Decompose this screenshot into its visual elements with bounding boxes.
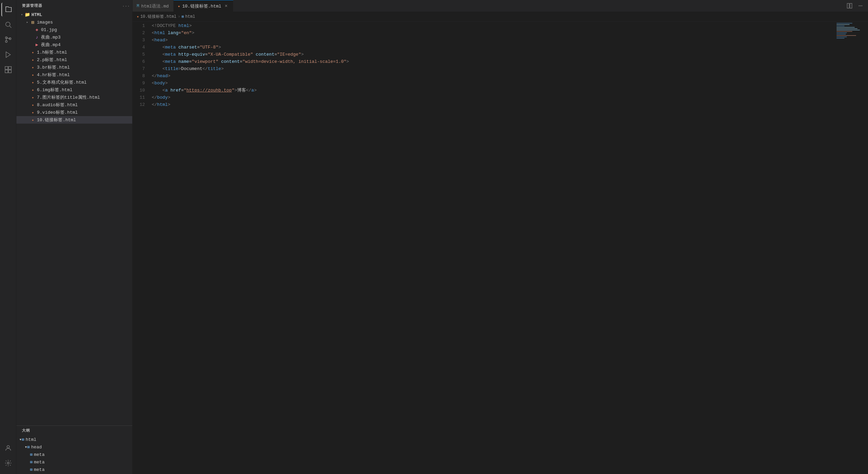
spacer bbox=[25, 102, 30, 108]
file-item-8[interactable]: ✦ 8.audio标签.html bbox=[16, 101, 132, 109]
file-item-1[interactable]: ✦ 1.h标签.html bbox=[16, 48, 132, 56]
svg-point-16 bbox=[859, 5, 859, 6]
token: > bbox=[178, 65, 181, 72]
token bbox=[176, 44, 178, 51]
scrollbar[interactable] bbox=[863, 22, 868, 474]
file-item-2[interactable]: ✦ 2.p标签.html bbox=[16, 56, 132, 64]
token: "viewport" bbox=[192, 58, 218, 65]
token: > bbox=[165, 37, 168, 44]
outline-item-meta2[interactable]: ⊞ meta bbox=[16, 458, 132, 466]
explorer-header[interactable]: 资源管理器 ... bbox=[16, 0, 132, 11]
svg-rect-9 bbox=[8, 67, 11, 69]
mp3-icon: ♪ bbox=[34, 34, 40, 40]
token: = bbox=[240, 58, 243, 65]
svg-rect-14 bbox=[847, 3, 849, 8]
svg-rect-8 bbox=[5, 67, 8, 69]
file-item-7[interactable]: ✦ 7.图片标签的title属性.html bbox=[16, 94, 132, 101]
html-icon-4: ✦ bbox=[30, 72, 36, 78]
token: > bbox=[168, 94, 171, 101]
outline-meta1-icon: ⊞ bbox=[30, 452, 32, 457]
explorer-more-button[interactable]: ... bbox=[123, 2, 130, 9]
outline-header[interactable]: 大纲 bbox=[16, 426, 132, 435]
token: > bbox=[189, 22, 192, 29]
tab-md[interactable]: M html语法.md bbox=[133, 0, 174, 12]
outline-item-meta1[interactable]: ⊞ meta bbox=[16, 451, 132, 458]
line-num-3: 3 bbox=[133, 37, 145, 44]
token: > bbox=[218, 44, 221, 51]
outline-item-html[interactable]: ▾ ⊞ html bbox=[16, 436, 132, 443]
explorer-activity-icon[interactable] bbox=[1, 3, 15, 16]
chevron-right-icon: ▸ bbox=[25, 19, 30, 25]
token bbox=[168, 87, 171, 94]
file-name-mp4: 夜曲.mp4 bbox=[41, 42, 60, 48]
file-name-9: 9.video标签.html bbox=[37, 109, 78, 115]
token: html bbox=[154, 29, 165, 37]
outline-label-meta1: meta bbox=[34, 452, 44, 457]
breadcrumb-file[interactable]: ✦ 10.链接标签.html bbox=[137, 14, 176, 19]
run-activity-icon[interactable] bbox=[1, 48, 15, 61]
token: > bbox=[168, 101, 171, 108]
file-name-3: 3.br标签.html bbox=[37, 64, 70, 70]
split-editor-button[interactable] bbox=[845, 1, 854, 11]
html-icon-2: ✦ bbox=[30, 57, 36, 62]
token: </ bbox=[246, 87, 252, 94]
folder-images[interactable]: ▸ ▤ images bbox=[16, 18, 132, 26]
more-actions-button[interactable] bbox=[856, 1, 865, 11]
file-item-mp3[interactable]: ♪ 夜曲.mp3 bbox=[16, 33, 132, 41]
token: meta bbox=[165, 51, 176, 58]
tab-bar: M html语法.md ✦ 10.链接标签.html × bbox=[133, 0, 868, 12]
token: < bbox=[152, 29, 154, 37]
code-line-2: <html lang="en"> bbox=[150, 29, 836, 37]
token: "IE=edge" bbox=[277, 51, 301, 58]
token: charset bbox=[178, 44, 197, 51]
file-item-4[interactable]: ✦ 4.hr标签.html bbox=[16, 71, 132, 79]
settings-activity-icon[interactable] bbox=[1, 456, 15, 470]
tab-bar-actions bbox=[845, 0, 868, 12]
tab-html-label: 10.链接标签.html bbox=[182, 3, 221, 9]
token: " bbox=[184, 87, 187, 94]
file-item-3[interactable]: ✦ 3.br标签.html bbox=[16, 64, 132, 71]
token: a bbox=[251, 87, 254, 94]
file-item-6[interactable]: ✦ 6.img标签.html bbox=[16, 86, 132, 94]
outline-label-head: head bbox=[31, 445, 42, 450]
svg-marker-7 bbox=[6, 52, 10, 58]
outline-head-icon: ⊞ bbox=[27, 445, 30, 450]
svg-rect-10 bbox=[5, 70, 8, 73]
account-activity-icon[interactable] bbox=[1, 441, 15, 455]
file-item-mp4[interactable]: ▶ 夜曲.mp4 bbox=[16, 41, 132, 48]
outline-chevron-head: ▾ bbox=[25, 444, 27, 450]
outline-label-html: html bbox=[26, 437, 36, 442]
token bbox=[152, 65, 162, 72]
extensions-activity-icon[interactable] bbox=[1, 63, 15, 76]
token: meta bbox=[165, 58, 176, 65]
tab-close-button[interactable]: × bbox=[223, 3, 229, 9]
source-control-activity-icon[interactable] bbox=[1, 33, 15, 46]
svg-point-12 bbox=[7, 446, 9, 448]
token: > bbox=[165, 80, 168, 87]
outline-item-meta3[interactable]: ⊞ meta bbox=[16, 466, 132, 473]
outline-tree: ▾ ⊞ html ▾ ⊞ head ⊞ meta ⊞ meta bbox=[16, 435, 132, 474]
token: < bbox=[152, 80, 154, 87]
file-item-9[interactable]: ✦ 9.video标签.html bbox=[16, 109, 132, 116]
code-line-8: </head> bbox=[150, 72, 836, 80]
code-area[interactable]: <!DOCTYPE html> <html lang="en"> <head> … bbox=[150, 22, 836, 474]
token: < bbox=[162, 58, 165, 65]
folder-html[interactable]: ▾ 📁 HTML bbox=[16, 11, 132, 18]
file-item-01jpg[interactable]: ◈ 01.jpg bbox=[16, 26, 132, 33]
token: = bbox=[178, 29, 181, 37]
breadcrumb-html[interactable]: ⊞ html bbox=[181, 14, 195, 19]
token bbox=[176, 51, 178, 58]
svg-point-18 bbox=[862, 5, 862, 6]
file-name-4: 4.hr标签.html bbox=[37, 72, 70, 78]
token bbox=[176, 58, 178, 65]
breadcrumb-filename: 10.链接标签.html bbox=[140, 14, 177, 19]
search-activity-icon[interactable] bbox=[1, 18, 15, 31]
file-item-10[interactable]: ✦ 10.链接标签.html bbox=[16, 116, 132, 124]
code-line-1: <!DOCTYPE html> bbox=[150, 22, 836, 29]
line-num-1: 1 bbox=[133, 22, 145, 29]
file-item-5[interactable]: ✦ 5.文本格式化标签.html bbox=[16, 79, 132, 86]
editor-area: M html语法.md ✦ 10.链接标签.html × ✦ bbox=[133, 0, 868, 474]
outline-item-head[interactable]: ▾ ⊞ head bbox=[16, 443, 132, 451]
tab-html-icon: ✦ bbox=[178, 4, 180, 9]
tab-html[interactable]: ✦ 10.链接标签.html × bbox=[174, 0, 233, 12]
